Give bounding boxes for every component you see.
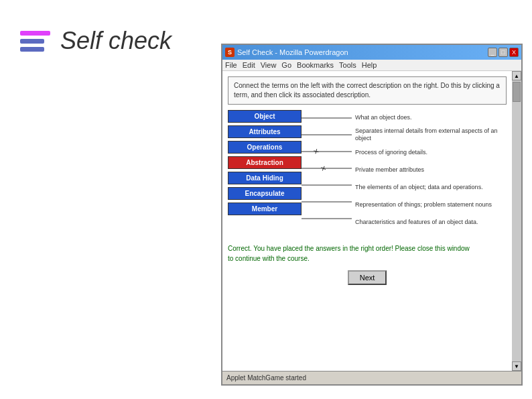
menu-bar: File Edit View Go Bookmarks Tools Help [222, 60, 521, 71]
term-encapsulate[interactable]: Encapsulate [228, 187, 302, 200]
term-data-hiding[interactable]: Data Hiding [228, 172, 302, 184]
scroll-up-arrow[interactable]: ▲ [512, 71, 521, 80]
close-button[interactable]: X [509, 48, 519, 57]
term-attributes[interactable]: Attributes [228, 125, 302, 138]
desc-4[interactable]: Private member attributes [355, 162, 507, 177]
scroll-down-arrow[interactable]: ▼ [512, 361, 521, 371]
logo-icon [20, 27, 50, 54]
logo-line-1 [20, 31, 50, 36]
terms-list: Object Attributes Operations Abstraction… [228, 110, 302, 230]
page-title: Self check [60, 27, 172, 55]
instruction-text: Connect the terms on the left with the c… [234, 82, 500, 99]
term-member[interactable]: Member [228, 203, 302, 215]
title-bar: S Self Check - Mozilla Powerdragon _ □ X [222, 45, 521, 60]
menu-edit[interactable]: Edit [243, 61, 255, 69]
scrollbar[interactable]: ▲ ▼ [512, 71, 521, 371]
next-button[interactable]: Next [348, 270, 387, 285]
instruction-box: Connect the terms on the left with the c… [228, 76, 507, 105]
minimize-button[interactable]: _ [488, 48, 497, 57]
desc-1[interactable]: What an object does. [355, 110, 507, 125]
menu-help[interactable]: Help [362, 61, 377, 69]
term-object[interactable]: Object [228, 110, 302, 123]
main-content: Connect the terms on the left with the c… [222, 71, 512, 371]
maximize-button[interactable]: □ [498, 48, 508, 57]
title-bar-buttons: _ □ X [488, 48, 519, 57]
status-bar: Applet MatchGame started [222, 371, 521, 384]
menu-go[interactable]: Go [281, 61, 291, 69]
term-operations[interactable]: Operations [228, 141, 302, 154]
svg-text:✕: ✕ [320, 164, 327, 173]
desc-5[interactable]: The elements of an object; data and oper… [355, 180, 507, 194]
desc-2[interactable]: Separates internal details from external… [355, 127, 507, 142]
connectors-svg: ✕ ✕ [302, 110, 352, 227]
browser-window: S Self Check - Mozilla Powerdragon _ □ X… [221, 44, 523, 386]
logo-line-2 [20, 39, 44, 44]
desc-6[interactable]: Representation of things; problem statem… [355, 197, 507, 212]
menu-file[interactable]: File [225, 61, 237, 69]
browser-content: Connect the terms on the left with the c… [222, 71, 521, 371]
descriptions-list: What an object does. Separates internal … [352, 110, 507, 230]
menu-view[interactable]: View [261, 61, 277, 69]
term-abstraction[interactable]: Abstraction [228, 156, 302, 169]
menu-bookmarks[interactable]: Bookmarks [297, 61, 334, 69]
logo-line-3 [20, 47, 44, 52]
success-line-1: Correct. You have placed the answers in … [228, 243, 507, 253]
title-bar-text: S Self Check - Mozilla Powerdragon [225, 48, 348, 57]
next-btn-area: Next [228, 270, 507, 285]
connector-area: ✕ ✕ [302, 110, 352, 230]
scroll-thumb[interactable] [513, 82, 521, 102]
svg-text:✕: ✕ [312, 147, 320, 156]
matching-area: Object Attributes Operations Abstraction… [228, 110, 507, 230]
browser-title: Self Check - Mozilla Powerdragon [237, 48, 348, 56]
success-line-2: to continue with the course. [228, 253, 507, 264]
desc-7[interactable]: Characteristics and features of an objec… [355, 215, 507, 229]
success-message: Correct. You have placed the answers in … [228, 243, 507, 264]
desc-3[interactable]: Process of ignoring details. [355, 145, 507, 160]
menu-tools[interactable]: Tools [339, 61, 356, 69]
header-panel: Self check [20, 27, 172, 55]
browser-icon: S [225, 48, 235, 57]
status-text: Applet MatchGame started [226, 374, 306, 382]
